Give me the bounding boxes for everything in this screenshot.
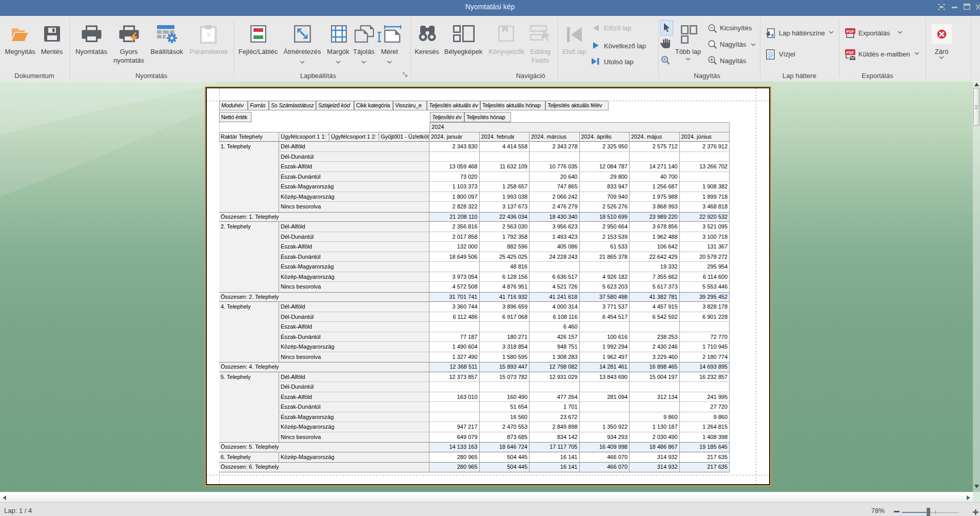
svg-text:PDF: PDF bbox=[847, 50, 854, 55]
svg-text:?: ? bbox=[206, 31, 210, 39]
svg-text:PDF: PDF bbox=[847, 29, 854, 34]
